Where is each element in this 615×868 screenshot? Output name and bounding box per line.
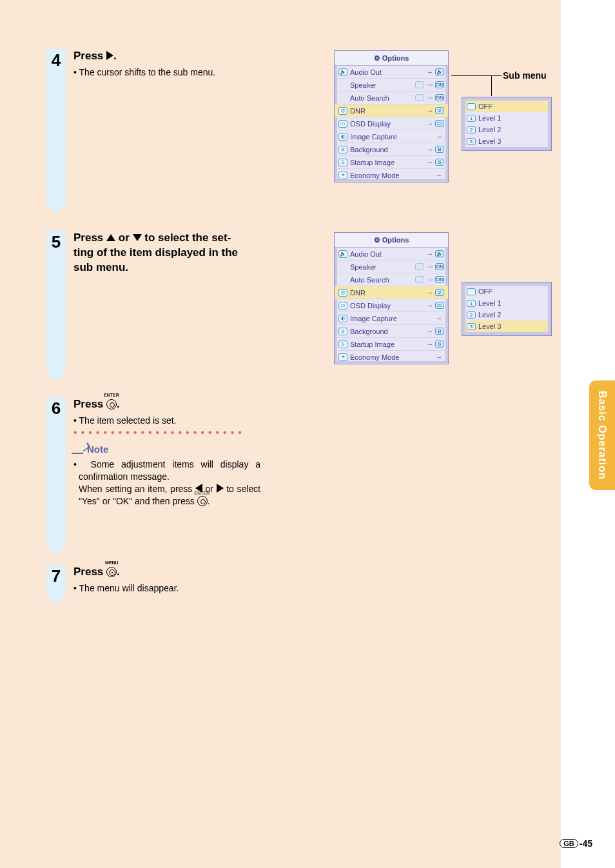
step7-sub: The menu will disappear. [73,582,260,595]
osd-value-icon: ▭ [435,120,444,127]
osd-arrow-icon: → [436,353,442,360]
osd-row-icon: ◎ [338,107,347,115]
submenu-row: OFF [465,101,548,112]
osd-row-icon: S [338,340,347,348]
osd-row-icon: ▭ [338,120,347,128]
osd-toggle-icon [415,276,424,283]
submenu-panel-5: OFF1Level 12Level 23Level 3 [462,282,552,336]
osd-row-icon: B [338,328,347,335]
step4-title: Press . [73,49,260,64]
step-bar-7: 7 [46,565,66,596]
osd-row-label: OSD Display [350,302,427,310]
step6-title: Press ENTER. [73,397,260,412]
submenu-row: 2Level 2 [465,124,548,135]
text: . [113,50,117,62]
osd-arrow-icon: → [427,340,433,348]
osd-row: ◐Image Capture→ [335,312,448,325]
osd-arrow-icon: ⇨ [428,276,433,283]
step-bar-4: 4 [46,49,66,204]
submenu-panel-4: OFF1Level 12Level 23Level 3 [462,97,552,151]
osd-row: SStartup Image→S [335,156,448,169]
submenu-label: Level 1 [478,299,501,307]
step6-sub: The item selected is set. [73,415,260,427]
submenu-label: OFF [478,288,493,295]
osd-row-icon: 🔈 [338,250,347,258]
osd-row: 🔈Audio Out→🔈 [335,248,448,261]
osd-arrow-icon: → [436,133,442,140]
step5-title: Press or to select the set- ting of the … [73,231,260,275]
note-icon [72,445,88,454]
page-number-text: -45 [580,838,592,849]
menu-button-icon [106,567,117,577]
osd-value-icon: ON [435,94,444,101]
step-number: 4 [52,50,61,70]
callout-line-v [491,75,492,96]
menu-label: MENU [105,560,119,566]
osd-row-icon: B [338,146,347,153]
osd-arrow-icon: ⇨ [428,263,433,270]
submenu-icon [467,103,476,110]
osd-row-label: DNR [350,107,427,115]
submenu-row: 3Level 3 [465,321,548,332]
note-text-1: Some adjustment items will display a con… [79,459,260,482]
osd-row-label: Startup Image [350,340,427,348]
osd-value-icon: ON [435,276,444,283]
osd-arrow-icon: → [427,107,433,114]
text: sub menu. [73,261,128,273]
osd-row-icon: ◐ [338,315,347,322]
step-number: 5 [52,232,61,252]
osd-row-icon: ◎ [338,289,347,297]
submenu-label: Level 1 [478,114,501,122]
osd-value-icon: S [435,340,444,348]
note-label: Note [87,444,108,455]
osd-row-icon: ⚭ [338,172,347,179]
submenu-row: 1Level 1 [465,112,548,124]
osd-arrow-icon: → [427,302,433,309]
text: . [117,398,120,410]
osd-row-label: DNR [350,289,427,297]
osd-value-icon: 2 [435,289,444,296]
osd-row-label: Auto Search [350,94,415,102]
osd-title: ⚙ Options [335,233,448,248]
osd-arrow-icon: → [427,289,433,296]
region-badge: GB [560,839,578,848]
osd-value-icon: S [435,159,444,166]
osd-row-label: Image Capture [350,133,436,141]
osd-panel-5: ⚙ Options 🔈Audio Out→🔈Speaker⇨ONAuto Sea… [334,232,449,364]
right-triangle-icon [217,484,224,493]
osd-row: Speaker⇨ON [335,261,448,273]
step-5: 5 Press or to select the set- ting of th… [46,231,260,373]
up-triangle-icon [106,234,115,241]
osd-toggle-icon [415,81,424,88]
step-bar-5: 5 [46,231,66,373]
step-number: 7 [52,566,61,586]
text: Press [73,50,106,62]
osd-arrow-icon: → [427,68,433,75]
osd-row-label: Audio Out [350,250,427,258]
note-body: Some adjustment items will display a con… [73,459,260,508]
submenu-icon: 3 [467,323,476,330]
submenu-row: 1Level 1 [465,297,548,309]
submenu-label: Level 2 [478,126,501,133]
step-6: 6 Press ENTER. The item selected is set.… [46,397,260,546]
osd-title-text: Options [382,54,409,62]
submenu-icon: 2 [467,126,476,133]
osd-value-icon: 🔈 [435,68,444,75]
callout-line-h [451,75,502,76]
submenu-label: OFF [478,103,493,110]
osd-arrow-icon: ⇨ [428,81,433,88]
page-background: 4 Press . The cursor shifts to the sub m… [0,0,561,868]
osd-row: Speaker⇨ON [335,79,448,92]
text: Press [73,566,106,578]
osd-value-icon: 2 [435,107,444,114]
osd-row-label: Economy Mode [350,353,436,361]
submenu-row: OFF [465,286,548,297]
text: Press [73,398,106,410]
osd-title: ⚙ Options [335,51,448,66]
osd-panel-4: ⚙ Options 🔈Audio Out→🔈Speaker⇨ONAuto Sea… [334,50,449,182]
osd-row-label: Background [350,328,427,335]
submenu-icon: 1 [467,300,476,307]
osd-arrow-icon: → [427,250,433,257]
osd-row-label: Speaker [350,81,415,89]
osd-arrow-icon: → [436,315,442,322]
